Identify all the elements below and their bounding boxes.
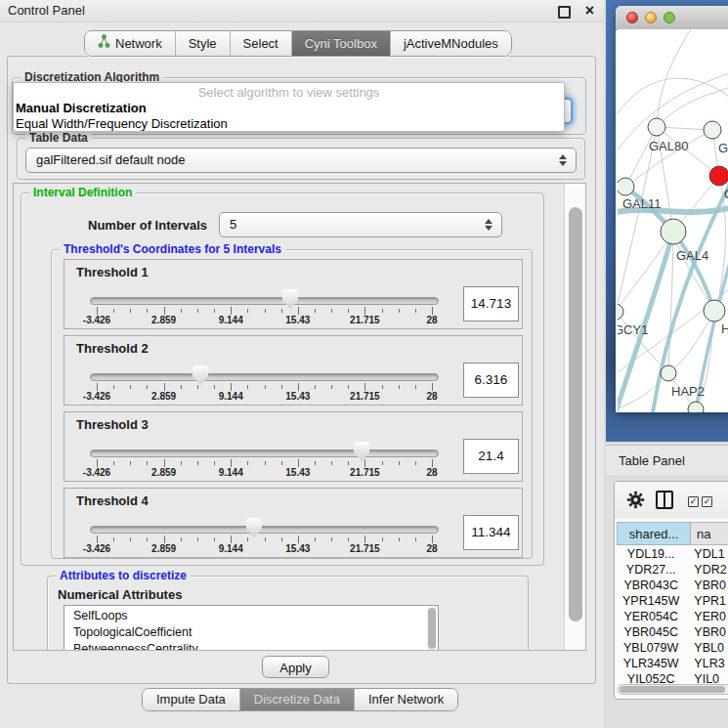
network-node[interactable] bbox=[704, 300, 725, 321]
threshold-value-field[interactable]: 14.713 bbox=[463, 286, 519, 321]
node-label: GAL80 bbox=[649, 139, 688, 153]
tick-mark bbox=[231, 307, 232, 315]
list-item[interactable]: TopologicalCoefficient bbox=[73, 624, 438, 641]
checkbox-icon[interactable]: ✓ bbox=[702, 496, 712, 507]
horizontal-scrollbar[interactable] bbox=[618, 684, 728, 695]
tick-mark bbox=[281, 309, 282, 313]
tick-mark bbox=[399, 537, 400, 541]
column-header-name[interactable]: na bbox=[691, 522, 728, 545]
tick-label: 9.144 bbox=[219, 391, 243, 402]
table-row[interactable]: YLR345WYLR3 bbox=[617, 656, 728, 671]
slider-track[interactable] bbox=[90, 526, 439, 534]
tab-style[interactable]: Style bbox=[175, 31, 230, 56]
tick-mark bbox=[298, 307, 299, 315]
slider-knob-icon[interactable] bbox=[246, 518, 262, 537]
attribute-items: SelfLoopsTopologicalCoefficientBetweenne… bbox=[64, 606, 438, 651]
column-header-shared-name[interactable]: shared... bbox=[617, 522, 691, 545]
table-row[interactable]: YPR145WYPR1 bbox=[617, 593, 728, 609]
list-scrollbar[interactable] bbox=[427, 607, 437, 650]
minimize-window-icon[interactable] bbox=[645, 12, 657, 23]
settings-scroll-view: Interval Definition Number of Intervals … bbox=[13, 183, 586, 651]
tab-impute-data[interactable]: Impute Data bbox=[143, 689, 239, 710]
list-item[interactable]: SelfLoops bbox=[73, 608, 438, 624]
tick-mark bbox=[130, 309, 131, 313]
threshold-label: Threshold 4 bbox=[76, 493, 149, 508]
group-title: Interval Definition bbox=[29, 186, 136, 199]
interval-definition-group: Interval Definition Number of Intervals … bbox=[21, 193, 544, 566]
slider-knob-icon[interactable] bbox=[354, 442, 369, 461]
table-row[interactable]: YIL052CYIL0 bbox=[617, 671, 728, 683]
table-row[interactable]: YDR27...YDR2 bbox=[617, 562, 728, 578]
tick-mark bbox=[364, 383, 365, 391]
tab-cyni-toolbox[interactable]: Cyni Toolbox bbox=[291, 31, 390, 56]
top-tab-bar: Network Style Select Cyni Toolbox jActiv… bbox=[84, 30, 512, 57]
tick-mark bbox=[265, 309, 266, 313]
tab-jactivemnodules[interactable]: jActiveMNodules bbox=[390, 31, 511, 56]
slider-track[interactable] bbox=[90, 450, 439, 457]
threshold-value-field[interactable]: 11.344 bbox=[463, 515, 519, 550]
tab-label: Network bbox=[115, 32, 162, 56]
number-of-intervals-combobox[interactable]: 5 bbox=[219, 212, 502, 237]
vertical-scrollbar[interactable] bbox=[564, 184, 586, 650]
tab-select[interactable]: Select bbox=[230, 31, 291, 56]
table-row[interactable]: YBL079WYBL0 bbox=[617, 640, 728, 656]
table-row[interactable]: YBR043CYBR0 bbox=[617, 578, 728, 593]
network-node[interactable] bbox=[648, 118, 665, 136]
threshold-slider[interactable]: -3.4262.8599.14415.4321.71528 bbox=[90, 371, 439, 403]
combo-value: 5 bbox=[230, 213, 236, 236]
tab-network[interactable]: Network bbox=[85, 31, 175, 56]
table-row[interactable]: YDL19...YDL1 bbox=[617, 546, 728, 562]
gear-icon[interactable] bbox=[626, 491, 645, 513]
tick-mark bbox=[265, 537, 266, 541]
threshold-box: Threshold 4 -3.4262.8599.14415.4321.7152… bbox=[64, 488, 523, 558]
network-node[interactable] bbox=[618, 178, 634, 195]
close-panel-icon[interactable]: × bbox=[585, 0, 594, 21]
scrollbar-thumb[interactable] bbox=[620, 686, 725, 693]
numerical-attributes-list[interactable]: SelfLoopsTopologicalCoefficientBetweenne… bbox=[64, 605, 439, 651]
cell-shared-name: YER054C bbox=[617, 609, 685, 624]
tick-mark bbox=[432, 459, 433, 467]
network-node[interactable] bbox=[618, 304, 623, 320]
slider-knob-icon[interactable] bbox=[282, 289, 298, 309]
slider-track[interactable] bbox=[90, 297, 439, 305]
cell-name: YBR0 bbox=[685, 578, 728, 593]
slider-knob-icon[interactable] bbox=[193, 365, 208, 385]
split-panel-icon[interactable] bbox=[656, 491, 673, 509]
tick-mark bbox=[348, 537, 349, 541]
cell-name: YBR0 bbox=[685, 624, 728, 640]
network-node[interactable] bbox=[704, 121, 721, 139]
threshold-label: Threshold 2 bbox=[76, 341, 149, 356]
threshold-slider[interactable]: -3.4262.8599.14415.4321.71528 bbox=[90, 448, 439, 479]
zoom-window-icon[interactable] bbox=[664, 12, 675, 23]
tick-mark bbox=[164, 459, 165, 467]
network-node[interactable] bbox=[661, 365, 676, 381]
scrollbar-thumb[interactable] bbox=[428, 608, 436, 649]
scrollbar-thumb[interactable] bbox=[569, 207, 582, 621]
network-node[interactable] bbox=[688, 402, 704, 412]
threshold-slider[interactable]: -3.4262.8599.14415.4321.71528 bbox=[90, 295, 439, 326]
threshold-slider[interactable]: -3.4262.8599.14415.4321.71528 bbox=[90, 524, 439, 555]
tab-discretize-data[interactable]: Discretize Data bbox=[239, 689, 354, 710]
network-node[interactable] bbox=[661, 219, 686, 244]
network-window-titlebar[interactable] bbox=[616, 6, 728, 30]
dropdown-option-equal-width[interactable]: Equal Width/Frequency Discretization bbox=[14, 116, 564, 132]
close-window-icon[interactable] bbox=[626, 12, 638, 23]
tab-infer-network[interactable]: Infer Network bbox=[354, 689, 457, 710]
tick-label: 28 bbox=[426, 315, 437, 325]
table-row[interactable]: YBR045CYBR0 bbox=[617, 624, 728, 640]
float-panel-icon[interactable] bbox=[558, 6, 571, 19]
threshold-value-field[interactable]: 21.4 bbox=[463, 439, 519, 474]
list-item[interactable]: BetweennessCentrality bbox=[73, 641, 438, 651]
apply-button[interactable]: Apply bbox=[262, 656, 329, 678]
table-data-combobox[interactable]: galFiltered.sif default node bbox=[25, 148, 577, 173]
slider-track[interactable] bbox=[90, 373, 439, 381]
network-canvas[interactable]: GAL80GACGAL11GAL4GCY1HHAP2 bbox=[618, 29, 728, 412]
tick-mark bbox=[364, 459, 365, 467]
checkbox-icon[interactable]: ✓ bbox=[688, 496, 699, 507]
control-panel-titlebar: Control Panel × bbox=[0, 0, 604, 22]
network-node[interactable] bbox=[709, 166, 728, 186]
threshold-value-field[interactable]: 6.316 bbox=[463, 363, 519, 398]
node-label: HAP2 bbox=[671, 384, 705, 399]
dropdown-option-manual[interactable]: Manual Discretization bbox=[14, 101, 564, 116]
table-row[interactable]: YER054CYER0 bbox=[617, 609, 728, 624]
